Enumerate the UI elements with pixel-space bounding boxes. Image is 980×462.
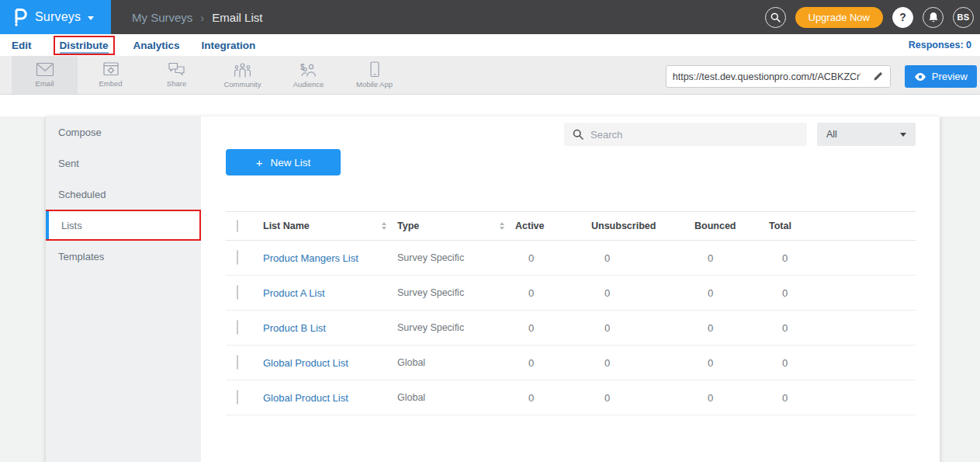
list-type-filter-dropdown[interactable]: All <box>817 123 916 146</box>
channel-label: Share <box>167 79 186 88</box>
eye-icon <box>914 72 926 82</box>
active-count: 0 <box>515 392 591 404</box>
channel-email[interactable]: Email <box>12 56 78 94</box>
table-row: Global Product List Global 0 0 0 0 <box>226 380 916 415</box>
tab-distribute-annotation-box[interactable]: Distribute <box>54 36 115 55</box>
list-name-link[interactable]: Product A List <box>263 287 397 299</box>
select-all-checkbox[interactable] <box>237 220 238 232</box>
bounced-count: 0 <box>694 322 769 334</box>
page-content: Compose Sent Scheduled Lists Templates <box>0 95 980 462</box>
table-row: Product Mangers List Survey Specific 0 0… <box>226 241 916 276</box>
tab-distribute[interactable]: Distribute <box>60 40 109 54</box>
tab-integration[interactable]: Integration <box>202 40 256 51</box>
upgrade-now-button[interactable]: Upgrade Now <box>795 7 884 28</box>
active-count: 0 <box>515 357 591 369</box>
survey-link-group: Preview <box>666 65 977 88</box>
channel-audience[interactable]: $ Audience <box>275 56 341 94</box>
breadcrumb: My Surveys › Email List <box>132 0 262 34</box>
bounced-count: 0 <box>694 392 769 404</box>
total-count: 0 <box>769 287 916 299</box>
tab-analytics[interactable]: Analytics <box>133 40 180 51</box>
preview-button[interactable]: Preview <box>905 65 977 88</box>
list-name-link[interactable]: Global Product List <box>263 392 397 404</box>
lists-main: All + New List List Name Type <box>201 116 940 462</box>
list-search-input[interactable] <box>590 129 798 141</box>
bounced-count: 0 <box>694 357 769 369</box>
sidebar-item-compose[interactable]: Compose <box>46 116 201 148</box>
unsubscribed-count: 0 <box>591 252 694 264</box>
product-name: Surveys <box>35 10 81 24</box>
list-type: Survey Specific <box>397 252 515 263</box>
channel-label: Embed <box>99 79 122 88</box>
sidebar-item-scheduled[interactable]: Scheduled <box>46 179 201 210</box>
row-checkbox[interactable] <box>237 250 238 265</box>
topbar: Surveys My Surveys › Email List Upgrade … <box>0 0 980 34</box>
list-name-link[interactable]: Product Mangers List <box>263 252 397 264</box>
column-header-total: Total <box>769 221 916 231</box>
email-sidebar: Compose Sent Scheduled Lists Templates <box>46 116 201 462</box>
sort-icon[interactable] <box>500 222 504 230</box>
list-search-box <box>564 123 807 146</box>
edit-url-button[interactable] <box>867 66 890 87</box>
user-avatar[interactable]: BS <box>953 7 974 28</box>
total-count: 0 <box>769 252 916 264</box>
breadcrumb-my-surveys[interactable]: My Surveys <box>132 11 192 24</box>
search-icon <box>573 129 583 140</box>
lists-table: List Name Type Active Unsubscribed Bounc… <box>226 211 916 415</box>
list-type: Survey Specific <box>397 322 515 333</box>
column-header-active: Active <box>515 221 591 231</box>
list-name-link[interactable]: Global Product List <box>263 357 397 369</box>
distribute-toolbar: Email Embed Share <box>0 56 980 95</box>
unsubscribed-count: 0 <box>591 287 694 299</box>
channel-label: Community <box>223 80 261 89</box>
row-checkbox[interactable] <box>237 355 238 370</box>
channel-community[interactable]: Community <box>210 56 275 94</box>
avatar-initials: BS <box>957 12 970 22</box>
sidebar-item-sent[interactable]: Sent <box>46 148 201 179</box>
lists-table-header: List Name Type Active Unsubscribed Bounc… <box>226 211 916 241</box>
survey-url-input[interactable] <box>667 71 867 82</box>
audience-icon: $ <box>299 62 318 78</box>
row-checkbox[interactable] <box>237 285 238 300</box>
bounced-count: 0 <box>694 287 769 299</box>
embed-icon <box>102 62 119 77</box>
responses-count[interactable]: Responses: 0 <box>909 40 980 50</box>
breadcrumb-separator: › <box>200 11 204 24</box>
channel-mobile-app[interactable]: Mobile App <box>341 56 407 94</box>
search-button[interactable] <box>765 7 786 28</box>
bell-icon <box>928 12 939 23</box>
unsubscribed-count: 0 <box>591 322 694 334</box>
svg-text:$: $ <box>300 62 305 71</box>
column-header-type[interactable]: Type <box>397 221 515 231</box>
list-filters-row: All <box>226 123 916 146</box>
mobile-icon <box>369 61 380 78</box>
active-count: 0 <box>515 252 591 264</box>
channel-label: Mobile App <box>356 80 393 89</box>
table-row: Global Product List Global 0 0 0 0 <box>226 346 916 380</box>
page-title: Email List <box>212 11 262 24</box>
total-count: 0 <box>769 357 916 369</box>
unsubscribed-count: 0 <box>591 357 694 369</box>
sidebar-item-templates[interactable]: Templates <box>46 241 201 272</box>
sort-icon[interactable] <box>382 222 386 230</box>
notifications-button[interactable] <box>923 7 944 28</box>
list-name-link[interactable]: Product B List <box>263 322 397 334</box>
channel-label: Email <box>36 79 54 88</box>
channel-share[interactable]: Share <box>144 56 210 94</box>
new-list-label: New List <box>271 157 311 168</box>
new-list-button[interactable]: + New List <box>226 149 341 175</box>
survey-tabs: Edit Distribute Analytics Integration Re… <box>0 34 980 56</box>
sidebar-item-lists[interactable]: Lists <box>46 210 201 241</box>
topbar-actions: Upgrade Now ? BS <box>765 0 980 34</box>
product-switcher[interactable]: Surveys <box>0 0 111 34</box>
total-count: 0 <box>769 322 916 334</box>
list-type: Global <box>397 357 515 368</box>
help-button[interactable]: ? <box>892 7 913 28</box>
share-icon <box>168 62 185 77</box>
tab-edit[interactable]: Edit <box>12 40 32 51</box>
row-checkbox[interactable] <box>237 320 238 335</box>
row-checkbox[interactable] <box>237 390 238 405</box>
column-header-list-name[interactable]: List Name <box>263 221 397 231</box>
channel-embed[interactable]: Embed <box>78 56 144 94</box>
list-type: Survey Specific <box>397 287 515 298</box>
